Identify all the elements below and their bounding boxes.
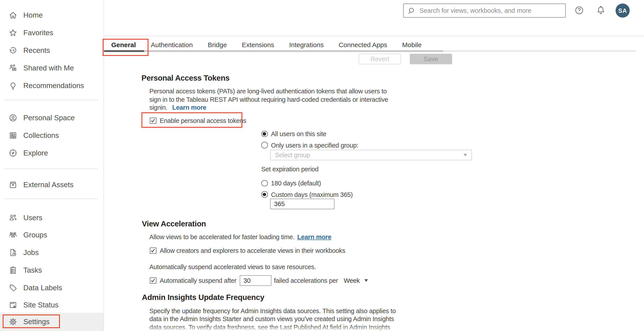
admin-insights-description: Specify the update frequency for Admin I…: [150, 307, 396, 331]
view-acceleration-learn-more-link[interactable]: Learn more: [297, 233, 331, 241]
all-users-label: All users on this site: [271, 130, 326, 137]
sidebar-item-collections[interactable]: Collections: [0, 127, 103, 144]
custom-days-input[interactable]: [270, 199, 334, 209]
expiration-label: Set expiration period: [261, 166, 318, 173]
allow-acceleration-label: Allow creators and explorers to accelera…: [160, 247, 345, 254]
sidebar-item-data-labels[interactable]: Data Labels: [0, 279, 103, 296]
enable-pat-row: Enable personal access tokens: [150, 117, 246, 124]
site-status-icon: [8, 300, 18, 310]
sidebar-item-external-assets[interactable]: External Assets: [0, 176, 103, 194]
sidebar-item-label: External Assets: [23, 181, 73, 189]
shared-with-me-icon: [8, 63, 18, 72]
sidebar-item-recommendations[interactable]: Recommendations: [0, 77, 103, 94]
custom-days-radio[interactable]: [261, 191, 268, 198]
pat-learn-more-link[interactable]: Learn more: [172, 103, 206, 112]
sidebar-item-shared-with-me[interactable]: Shared with Me: [0, 59, 103, 77]
auto-suspend-suffix-label: failed accelerations per: [274, 277, 338, 284]
sidebar-item-tasks[interactable]: Tasks: [0, 261, 103, 279]
caret-down-icon: [464, 154, 467, 156]
caret-down-icon: [365, 279, 368, 282]
tasks-icon: [8, 266, 18, 275]
settings-content: Personal Access Tokens Personal access t…: [104, 0, 644, 331]
sidebar-item-label: Data Labels: [23, 284, 62, 292]
sidebar-item-label: Favorites: [23, 28, 53, 37]
all-users-radio[interactable]: [261, 131, 268, 137]
sidebar-item-home[interactable]: Home: [0, 6, 103, 24]
home-icon: [8, 10, 18, 19]
auto-suspend-checkbox[interactable]: [150, 278, 156, 284]
auto-suspend-prefix-label: Automatically suspend after: [160, 277, 236, 284]
sidebar-item-label: Recents: [23, 46, 50, 54]
jobs-icon: [8, 248, 18, 257]
sidebar-item-label: Collections: [23, 131, 59, 140]
select-group-dropdown[interactable]: Select group: [270, 150, 472, 160]
sidebar-item-label: Explore: [23, 149, 48, 157]
all-users-row: All users on this site: [261, 130, 326, 137]
suspend-description: Automatically suspend accelerated views …: [150, 263, 316, 271]
default-days-label: 180 days (default): [271, 180, 321, 187]
section-heading-view-acceleration: View Acceleration: [142, 219, 206, 229]
groups-icon: [8, 231, 18, 240]
sidebar-item-label: Jobs: [23, 248, 39, 257]
main-area: SA General Authentication Bridge Extensi…: [104, 0, 644, 331]
users-icon: [8, 213, 18, 222]
sidebar-item-label: Home: [23, 11, 43, 19]
sidebar-item-label: Recommendations: [23, 81, 84, 90]
compass-icon: [8, 148, 18, 158]
sidebar-item-label: Site Status: [23, 301, 58, 309]
default-days-row: 180 days (default): [261, 180, 321, 187]
sidebar-item-site-status[interactable]: Site Status: [0, 297, 103, 314]
custom-days-label: Custom days (maximum 365): [271, 191, 353, 198]
recents-icon: [8, 45, 18, 55]
sidebar-item-recents[interactable]: Recents: [0, 41, 103, 59]
sidebar-item-personal-space[interactable]: Personal Space: [0, 109, 103, 127]
archive-icon: [8, 180, 18, 190]
failed-accelerations-input[interactable]: [240, 275, 271, 286]
enable-pat-checkbox[interactable]: [150, 118, 156, 124]
sidebar-item-users[interactable]: Users: [0, 209, 103, 226]
section-heading-admin-insights: Admin Insights Update Frequency: [142, 293, 264, 302]
sidebar: Home Favorites Recents Shared with Me: [0, 0, 104, 331]
sidebar-item-label: Personal Space: [23, 114, 75, 122]
custom-days-row: Custom days (maximum 365): [261, 191, 353, 198]
section-heading-pat: Personal Access Tokens: [142, 73, 230, 83]
allow-acceleration-row: Allow creators and explorers to accelera…: [150, 247, 345, 254]
sidebar-item-label: Tasks: [23, 266, 42, 274]
sidebar-item-label: Groups: [23, 231, 47, 239]
view-acceleration-description: Allow views to be accelerated for faster…: [150, 233, 331, 241]
sidebar-item-favorites[interactable]: Favorites: [0, 24, 103, 41]
sidebar-item-groups[interactable]: Groups: [0, 226, 103, 244]
star-icon: [8, 28, 18, 37]
period-dropdown[interactable]: Week: [344, 277, 368, 284]
sidebar-item-explore[interactable]: Explore: [0, 144, 103, 162]
specified-group-label: Only users in a specified group:: [271, 142, 358, 149]
sidebar-nav: Home Favorites Recents Shared with Me: [0, 6, 103, 314]
allow-acceleration-checkbox[interactable]: [150, 248, 156, 254]
specified-group-radio[interactable]: [261, 142, 268, 148]
period-value: Week: [344, 277, 360, 284]
pat-description: Personal access tokens (PATs) are long-l…: [150, 87, 388, 112]
default-days-radio[interactable]: [261, 180, 268, 187]
tag-icon: [8, 283, 18, 292]
specified-group-row: Only users in a specified group:: [261, 142, 358, 149]
sidebar-item-label: Settings: [23, 318, 50, 326]
gear-icon: [8, 317, 18, 327]
sidebar-item-label: Users: [23, 214, 42, 222]
collections-icon: [8, 131, 18, 140]
sidebar-item-label: Shared with Me: [23, 64, 74, 72]
sidebar-item-jobs[interactable]: Jobs: [0, 244, 103, 261]
enable-pat-label: Enable personal access tokens: [160, 117, 246, 124]
lightbulb-icon: [8, 81, 18, 90]
sidebar-item-settings[interactable]: Settings: [0, 313, 103, 331]
select-group-placeholder: Select group: [275, 152, 310, 159]
person-circle-icon: [8, 113, 18, 122]
app-window: Home Favorites Recents Shared with Me: [0, 0, 644, 331]
auto-suspend-row: Automatically suspend after failed accel…: [150, 275, 368, 286]
